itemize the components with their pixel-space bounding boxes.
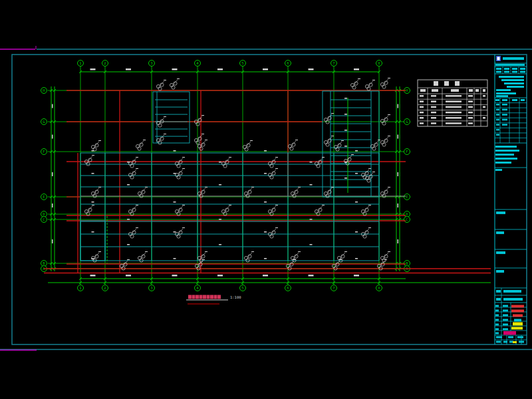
red-grid-lines [44,90,491,273]
svg-text:7: 7 [332,61,334,65]
dimension-lines [48,68,491,284]
svg-text:5: 5 [241,61,243,65]
svg-text:F: F [406,150,408,154]
svg-text:G: G [406,120,408,124]
svg-text:C: C [43,217,45,221]
stair-shaft-boxes [80,91,379,263]
svg-text:D: D [43,212,45,216]
svg-text:8: 8 [378,286,380,290]
svg-text:3: 3 [150,61,152,65]
svg-text:3: 3 [150,286,152,290]
svg-text:G: G [43,120,45,124]
svg-text:2: 2 [104,286,106,290]
svg-text:E: E [43,195,45,199]
svg-text:H: H [406,88,408,92]
cad-application-window: 1122334455667788HHGGFFEEDDCCBBAA 1:100 [0,0,532,399]
svg-text:2: 2 [104,61,106,65]
drawing-layers: 1122334455667788HHGGFFEEDDCCBBAA [0,46,532,350]
svg-text:1: 1 [79,61,81,65]
svg-text:C: C [406,217,408,221]
svg-text:D: D [406,212,408,216]
svg-text:1: 1 [79,286,81,290]
drawing-title-group: 1:100 [230,295,241,299]
svg-text:5: 5 [241,286,243,290]
svg-text:F: F [43,150,45,154]
drawing-scale-label: 1:100 [230,295,241,299]
drawing-title [186,295,228,305]
svg-text:8: 8 [378,61,380,65]
cad-viewport[interactable]: 1122334455667788HHGGFFEEDDCCBBAA 1:100 [0,0,532,399]
beam-tag-clusters [84,78,390,270]
svg-text:6: 6 [287,61,289,65]
svg-text:H: H [43,88,45,92]
svg-text:6: 6 [287,286,289,290]
svg-text:E: E [406,195,408,199]
svg-text:7: 7 [332,286,334,290]
beam-schedule-table [418,80,487,126]
title-block [495,56,527,344]
